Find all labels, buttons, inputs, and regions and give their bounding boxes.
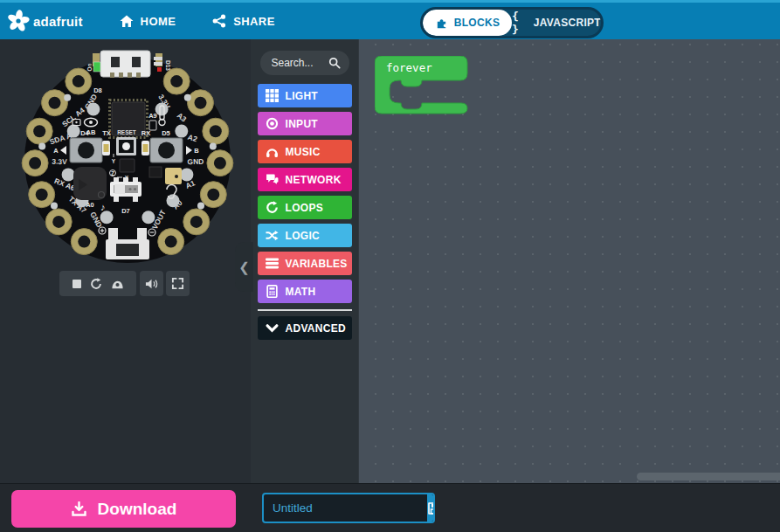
share-label: SHARE xyxy=(233,15,275,28)
power-led xyxy=(93,62,100,72)
makecode-editor: adafruit HOME SHARE BLOCKS xyxy=(0,0,780,532)
grid-icon xyxy=(266,89,279,102)
category-label: LOOPS xyxy=(286,202,324,214)
power-led-label: On xyxy=(86,63,93,71)
category-network[interactable]: NETWORK xyxy=(258,168,352,191)
tab-blocks[interactable]: BLOCKS xyxy=(423,10,512,36)
blockly-workspace[interactable]: forever xyxy=(358,39,780,483)
category-light[interactable]: LIGHT xyxy=(258,84,352,107)
category-input[interactable]: INPUT xyxy=(258,112,352,135)
save-icon xyxy=(427,501,435,515)
download-icon xyxy=(71,501,87,517)
tab-blocks-label: BLOCKS xyxy=(454,17,500,29)
category-label: LIGHT xyxy=(286,90,319,102)
d8-label: D8 xyxy=(93,86,102,94)
d13-led xyxy=(157,67,162,72)
category-label: INPUT xyxy=(286,118,319,130)
project-name-input[interactable] xyxy=(264,494,427,522)
d13-pad xyxy=(154,57,162,60)
tx-led xyxy=(102,141,110,155)
block-toolbox: LIGHT INPUT MUSIC NETWORK xyxy=(251,39,358,483)
button-a-label: A xyxy=(53,147,59,155)
home-button[interactable]: HOME xyxy=(120,15,176,28)
home-label: HOME xyxy=(141,15,176,28)
forever-block[interactable]: forever xyxy=(375,56,468,114)
sim-control-group xyxy=(59,271,136,296)
button-b[interactable] xyxy=(150,138,183,162)
category-label: VARIABLES xyxy=(286,258,348,270)
button-a[interactable] xyxy=(70,138,102,162)
category-label: MUSIC xyxy=(286,146,321,158)
button-b-label: B xyxy=(194,147,199,155)
category-label: MATH xyxy=(286,286,316,298)
category-label: LOGIC xyxy=(286,230,321,242)
adafruit-flower-icon xyxy=(7,10,30,32)
headphones-icon xyxy=(266,145,279,158)
forever-block-label: forever xyxy=(386,61,432,74)
calculator-icon xyxy=(266,285,279,298)
slow-motion-icon[interactable] xyxy=(111,279,124,289)
chat-icon xyxy=(266,173,279,186)
category-label: ADVANCED xyxy=(286,322,347,335)
chevron-left-icon: ❮ xyxy=(238,259,250,275)
save-button[interactable] xyxy=(427,494,435,522)
search-icon xyxy=(328,57,341,69)
d4-label: D4 xyxy=(80,129,89,137)
braces-icon: { } xyxy=(512,10,528,36)
search-input[interactable] xyxy=(272,57,333,69)
download-button[interactable]: Download xyxy=(11,490,236,528)
fullscreen-icon xyxy=(171,277,184,290)
editor-mode-toggle: BLOCKS { } JAVASCRIPT xyxy=(420,7,604,38)
microphone-component xyxy=(165,168,182,184)
horizontal-scrollbar[interactable] xyxy=(637,473,780,480)
collapse-simulator-handle[interactable]: ❮ xyxy=(235,242,253,292)
a9-label: A9 xyxy=(148,112,157,120)
mute-button[interactable] xyxy=(140,271,163,296)
share-button[interactable]: SHARE xyxy=(212,14,275,28)
music-note-icon: ♪ xyxy=(100,202,106,212)
pad-label: GND xyxy=(187,157,204,167)
d13-label: D13 xyxy=(165,60,171,71)
chevron-down-icon xyxy=(266,321,279,335)
rx-led xyxy=(142,141,149,155)
shuffle-icon xyxy=(266,229,279,242)
accelerometer-chip xyxy=(120,159,135,172)
project-name-field xyxy=(262,493,435,523)
rx-label: RX xyxy=(142,129,150,137)
category-math[interactable]: MATH xyxy=(258,280,352,303)
brand-name: adafruit xyxy=(33,14,83,29)
reset-label: RESET xyxy=(117,129,136,135)
d13-pad xyxy=(154,62,162,66)
home-icon xyxy=(120,15,134,28)
circuit-playground-board[interactable]: GND SCL A4 SDA A5 3.3V RX A6 TX A7 GND 3… xyxy=(0,39,251,268)
svg-text:Z: Z xyxy=(111,170,114,176)
speaker-component xyxy=(73,167,107,200)
category-loops[interactable]: LOOPS xyxy=(258,196,352,219)
dot-circle-icon xyxy=(266,117,279,130)
svg-text:Y: Y xyxy=(112,158,116,164)
restart-icon[interactable] xyxy=(90,278,102,290)
tab-javascript-label: JAVASCRIPT xyxy=(534,17,601,29)
tab-javascript[interactable]: { } JAVASCRIPT xyxy=(512,10,601,36)
speaker-icon xyxy=(145,278,158,290)
a0-label: A0 xyxy=(86,201,94,209)
tx-label: TX xyxy=(102,129,111,137)
category-variables[interactable]: VARIABLES xyxy=(258,252,352,275)
reset-button[interactable] xyxy=(116,137,136,155)
category-label: NETWORK xyxy=(286,174,342,186)
category-advanced[interactable]: ADVANCED xyxy=(258,316,352,340)
category-music[interactable]: MUSIC xyxy=(258,140,352,163)
stop-icon[interactable] xyxy=(72,279,82,289)
d7-label: D7 xyxy=(121,207,130,215)
puzzle-icon xyxy=(435,17,448,30)
toolbox-search[interactable] xyxy=(260,51,349,75)
d5-label: D5 xyxy=(162,129,170,137)
fullscreen-button[interactable] xyxy=(166,271,190,296)
toolbox-divider xyxy=(258,309,352,311)
loop-icon xyxy=(266,201,279,214)
editor-footer: Download xyxy=(0,483,780,532)
download-label: Download xyxy=(98,500,177,519)
adafruit-logo[interactable]: adafruit xyxy=(7,10,83,32)
pad-label: 3.3V xyxy=(52,157,67,167)
category-logic[interactable]: LOGIC xyxy=(258,224,352,247)
